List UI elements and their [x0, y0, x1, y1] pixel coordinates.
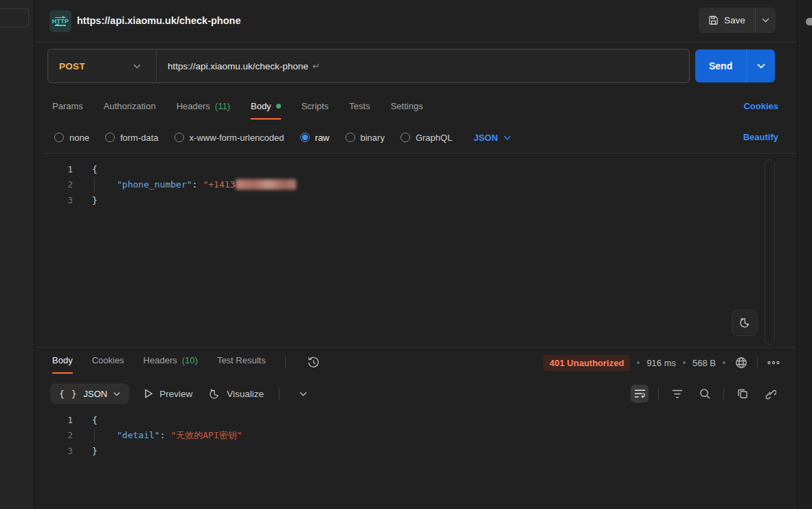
line-number: 1 — [42, 164, 73, 174]
line-number: 2 — [42, 179, 73, 190]
dot-separator — [683, 361, 686, 364]
collapsed-tab[interactable] — [0, 8, 29, 27]
headers-count: (10) — [182, 355, 198, 365]
radio-icon — [401, 133, 410, 142]
json-value: "无效的API密钥" — [170, 429, 242, 442]
cookies-link[interactable]: Cookies — [743, 101, 778, 111]
dot-separator — [637, 361, 640, 364]
tab-body[interactable]: Body — [251, 98, 281, 118]
visualize-button[interactable]: Visualize — [207, 387, 264, 400]
tab-tests[interactable]: Tests — [349, 98, 370, 118]
mode-binary[interactable]: binary — [346, 133, 385, 143]
mode-raw[interactable]: raw — [300, 133, 330, 143]
play-icon — [144, 389, 153, 398]
response-status-cluster: 401 Unauthorized 916 ms 568 B — [543, 352, 782, 373]
request-tabs: Params Authorization Headers(11) Body Sc… — [52, 93, 797, 123]
response-size[interactable]: 568 B — [692, 358, 716, 368]
code-text: } — [92, 195, 98, 205]
tab-label: Body — [52, 355, 73, 365]
tab-label: Tests — [349, 101, 370, 111]
mode-form-data[interactable]: form-data — [105, 133, 159, 143]
braces-icon: { } — [59, 389, 77, 399]
app-window: HTTP https://api.xiaomu.uk/check-phone S… — [0, 0, 812, 509]
chevron-down-icon — [762, 18, 769, 23]
json-key: "phone_number" — [117, 179, 192, 190]
left-sidebar-rail[interactable] — [0, 0, 34, 509]
mode-x-www-form-urlencoded[interactable]: x-www-form-urlencoded — [174, 133, 284, 143]
dot-separator — [723, 361, 725, 364]
chevron-down-icon — [504, 135, 511, 140]
line-number: 2 — [42, 430, 73, 440]
response-tab-cookies[interactable]: Cookies — [92, 352, 124, 372]
code-text: { — [92, 415, 98, 425]
language-select[interactable]: JSON — [473, 133, 510, 143]
response-options-button[interactable] — [765, 354, 782, 372]
code-line: 3 } — [42, 192, 796, 208]
send-options-button[interactable] — [746, 49, 775, 82]
ellipsis-icon — [767, 361, 780, 365]
search-icon — [699, 388, 711, 400]
mode-label: raw — [315, 133, 330, 143]
tab-headers[interactable]: Headers(11) — [177, 98, 230, 118]
send-button[interactable]: Send — [695, 49, 746, 82]
code-line: 2 "phone_number":"+1413 — [42, 177, 796, 193]
history-clock-icon — [307, 356, 320, 369]
method-select[interactable]: POST — [48, 49, 157, 82]
response-panel: Body Cookies Headers(10) Test Results 40… — [35, 347, 796, 509]
request-title: https://api.xiaomu.uk/check-phone — [77, 15, 240, 26]
network-info-button[interactable] — [732, 354, 750, 372]
divider — [723, 387, 724, 400]
response-tab-headers[interactable]: Headers(10) — [144, 352, 198, 372]
divider — [279, 387, 280, 400]
save-button[interactable]: Save — [699, 8, 755, 33]
response-format-select[interactable]: { } JSON — [50, 383, 129, 404]
tab-label: Body — [251, 101, 271, 111]
response-tab-test-results[interactable]: Test Results — [217, 352, 266, 372]
link-icon — [765, 388, 776, 400]
mode-label: none — [69, 133, 89, 143]
tab-label: Authorization — [104, 101, 156, 111]
http-request-icon: HTTP — [49, 10, 71, 32]
beautify-link[interactable]: Beautify — [743, 132, 778, 142]
wrap-text-button[interactable] — [631, 385, 649, 403]
copy-button[interactable] — [734, 385, 752, 403]
indent-guide — [94, 428, 117, 444]
globe-icon — [734, 356, 748, 370]
tab-params[interactable]: Params — [52, 98, 83, 118]
radio-selected-icon — [300, 133, 310, 142]
tab-authorization[interactable]: Authorization — [104, 98, 156, 118]
request-body-editor[interactable]: 1 { 2 "phone_number":"+1413 3 } — [42, 153, 796, 347]
url-value: https://api.xiaomu.uk/check-phone — [168, 61, 308, 71]
radio-icon — [54, 133, 64, 142]
method-label: POST — [59, 61, 85, 71]
tab-settings[interactable]: Settings — [391, 98, 423, 118]
divider — [658, 387, 659, 400]
link-button[interactable] — [761, 385, 779, 403]
search-button[interactable] — [696, 385, 714, 403]
radio-icon — [174, 133, 184, 142]
response-time[interactable]: 916 ms — [646, 358, 676, 368]
url-input[interactable]: https://api.xiaomu.uk/check-phone↵ — [157, 61, 320, 71]
filter-button[interactable] — [668, 385, 686, 403]
enter-symbol: ↵ — [313, 61, 320, 71]
postbot-button[interactable] — [732, 310, 758, 336]
preview-button[interactable]: Preview — [144, 389, 192, 399]
visualize-label: Visualize — [227, 389, 264, 399]
response-tab-body[interactable]: Body — [52, 352, 73, 372]
more-views-button[interactable] — [295, 385, 313, 403]
mode-label: x-www-form-urlencoded — [190, 133, 284, 143]
chevron-down-icon — [113, 392, 120, 396]
scrollbar-track[interactable] — [765, 159, 775, 345]
postbot-sparkle-icon — [738, 316, 752, 330]
body-mode-row: none form-data x-www-form-urlencoded raw… — [54, 126, 797, 148]
tab-scripts[interactable]: Scripts — [302, 98, 329, 118]
tab-label: Scripts — [302, 101, 329, 111]
mode-graphql[interactable]: GraphQL — [401, 133, 452, 143]
mode-none[interactable]: none — [54, 133, 89, 143]
save-options-button[interactable] — [755, 8, 776, 33]
status-badge[interactable]: 401 Unauthorized — [543, 355, 630, 371]
response-body-editor[interactable]: 1 { 2 "detail":"无效的API密钥" 3 } — [42, 410, 796, 459]
request-panel: HTTP https://api.xiaomu.uk/check-phone S… — [35, 0, 797, 509]
response-history-button[interactable] — [305, 353, 323, 371]
url-bar: POST https://api.xiaomu.uk/check-phone↵ — [47, 49, 690, 83]
